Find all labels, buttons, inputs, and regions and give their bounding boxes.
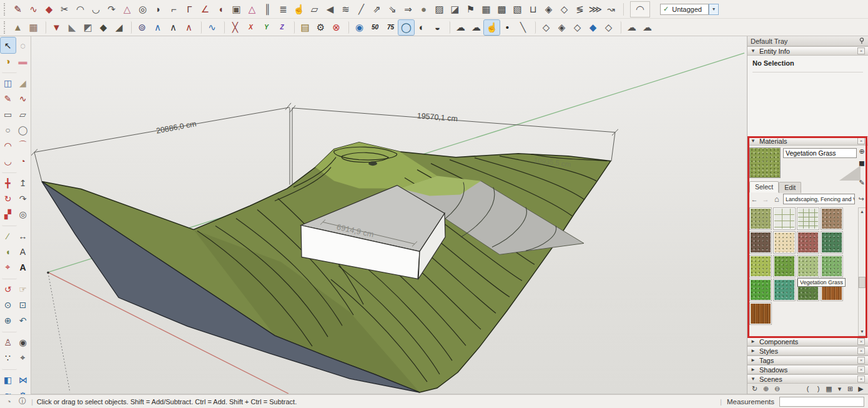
create-material-button[interactable]: ⊕ [857, 147, 867, 156]
circle-tool[interactable]: ○ [1, 122, 16, 137]
tool-button[interactable] [2, 366, 17, 370]
toolbar-icon[interactable] [41, 21, 46, 34]
toolbar-grip[interactable] [4, 21, 7, 34]
position-camera-tool[interactable]: ♙ [1, 334, 16, 350]
rotate-tool[interactable]: ↻ [1, 191, 16, 206]
zoom-tool[interactable]: ⊙ [1, 297, 16, 312]
water-drop-icon[interactable]: ◯ [398, 20, 414, 35]
toolbar-icon[interactable] [445, 21, 450, 34]
scissors-icon[interactable]: ✂ [57, 2, 72, 17]
cone-pink-icon[interactable]: △ [119, 2, 135, 17]
cloud-rain-icon[interactable]: ☁ [624, 20, 639, 35]
pyramid-pink-icon[interactable]: △ [244, 2, 260, 17]
red-blob-icon[interactable]: ◆ [41, 2, 57, 17]
peak-small-icon[interactable]: ∧ [181, 20, 197, 35]
scenes-header[interactable]: ▼ Scenes × [747, 374, 868, 384]
line-tool[interactable]: ✎ [1, 91, 16, 106]
orbit-tool[interactable]: ↺ [1, 281, 16, 297]
geolocation-icon[interactable]: ◔ [4, 397, 14, 407]
sandbox-add-detail-icon[interactable]: ◆ [96, 20, 111, 35]
dashed-line-icon[interactable]: ╲ [515, 20, 531, 35]
freehand-dots-icon[interactable]: ∿ [26, 2, 41, 17]
double-circle-icon[interactable]: ◎ [135, 2, 150, 17]
tab-select[interactable]: Select [749, 181, 779, 192]
scrollbar-thumb[interactable] [859, 277, 866, 288]
panel-shadows[interactable]: ► Shadows × [747, 365, 868, 374]
koru-spiral-icon[interactable]: ⊚ [134, 20, 150, 35]
eraser-tool[interactable]: ▬ [16, 53, 31, 69]
material-category-dropdown[interactable]: Landscaping, Fencing and Ve ∨ [783, 194, 855, 204]
close-icon[interactable]: × [857, 357, 865, 364]
tag-dropdown-button[interactable]: ▾ [709, 4, 719, 15]
hatch-drop-icon[interactable]: ◒ [430, 20, 445, 35]
plane-arrow-icon[interactable]: ⇗ [369, 2, 385, 17]
material-name-input[interactable] [783, 148, 857, 158]
dimension-tool[interactable]: ↔ [16, 228, 31, 244]
wedge-icon[interactable]: ◀ [322, 2, 338, 17]
offset-tool[interactable]: ◎ [16, 206, 31, 222]
move-tool[interactable]: ╋ [1, 175, 16, 191]
tool-button[interactable] [2, 328, 17, 332]
hex-cloud-icon[interactable]: ◇ [570, 20, 585, 35]
toolbar-icon[interactable] [344, 21, 349, 34]
flag-plane-icon[interactable]: ⚑ [463, 2, 478, 17]
toolbar-icon[interactable] [220, 21, 225, 34]
swatch-fence-wood-2[interactable] [749, 302, 772, 325]
hatch-box-icon[interactable]: ▦ [478, 2, 494, 17]
columns-icon[interactable]: ║ [260, 2, 275, 17]
close-icon[interactable]: × [857, 376, 865, 382]
sandbox-smoove-icon[interactable]: ▼ [49, 20, 64, 35]
fog-75-icon[interactable]: 75 [383, 20, 398, 35]
lasso-tool[interactable]: ◌ [16, 37, 31, 53]
hex-sphere-icon[interactable]: ◆ [585, 20, 601, 35]
sandbox-flip-edge-icon[interactable]: ◢ [111, 20, 127, 35]
close-icon[interactable]: × [857, 137, 865, 144]
box-edit-icon[interactable]: ▣ [229, 2, 244, 17]
pie-tool[interactable]: ◔ [16, 153, 31, 169]
forward-arrow-button[interactable]: → [761, 194, 771, 204]
arrow-swish-icon[interactable]: ↝ [603, 2, 619, 17]
sample-paint-eyedropper-icon[interactable]: ✎ [857, 178, 867, 187]
pan-tool[interactable]: ☞ [16, 281, 31, 297]
dot-icon[interactable]: • [500, 20, 515, 35]
swatch-grass-light[interactable] [749, 255, 772, 277]
slanted-stack-icon[interactable]: ≶ [572, 2, 588, 17]
toolbar-icon[interactable] [531, 21, 536, 34]
swatch-shrub-green[interactable] [821, 231, 843, 254]
scroll-up-icon[interactable]: ▲ [860, 208, 864, 216]
swatch-sand[interactable] [773, 231, 796, 254]
scene-view-options-caret[interactable]: ▾ [835, 384, 844, 394]
measurements-input[interactable] [779, 397, 864, 407]
cloud-icon[interactable]: ☁ [453, 20, 468, 35]
loop-shape2-icon[interactable]: ◡ [88, 2, 104, 17]
threed-text-tool[interactable]: A [16, 259, 31, 275]
rock-icon[interactable]: ● [416, 2, 432, 17]
active-tag-combo[interactable]: ✓ Untagged ▾ [660, 4, 719, 15]
pattern-box-icon[interactable]: ◈ [541, 2, 556, 17]
walk-tool[interactable]: ∵ [1, 350, 16, 366]
in-model-button[interactable]: ↪ [856, 194, 866, 204]
corner-icon[interactable]: ⌐ [166, 2, 182, 17]
scroll-down-icon[interactable]: ▼ [860, 328, 864, 336]
stack-layers-icon[interactable]: ≋ [338, 2, 353, 17]
swatch-gravel-brown[interactable] [821, 207, 843, 230]
tape-measure-tool[interactable]: ∕ [1, 228, 16, 244]
entity-info-header[interactable]: ▼ Entity Info × [747, 46, 868, 56]
follow-me-tool[interactable]: ↷ [16, 191, 31, 206]
tray-title-bar[interactable]: Default Tray [747, 36, 868, 46]
cloud-download-icon[interactable]: ☁ [468, 20, 484, 35]
swoosh-tool-icon[interactable]: ◠ [630, 1, 650, 17]
hatch-plane-icon[interactable]: ▨ [432, 2, 447, 17]
toolbar-icon[interactable] [127, 21, 132, 34]
target-tool[interactable]: ⌖ [16, 350, 31, 366]
home-icon[interactable]: ⌂ [772, 194, 782, 204]
axis-x-icon[interactable]: X [243, 20, 259, 35]
swatch-pavers-large[interactable] [773, 207, 796, 230]
intersect-tool[interactable]: ⋈ [16, 372, 31, 387]
plane-arrow2-icon[interactable]: ⇘ [385, 2, 400, 17]
two-point-arc-tool[interactable]: ⌒ [16, 137, 31, 153]
toolbar-icon[interactable] [197, 21, 202, 34]
swatch-grass-teal[interactable] [773, 279, 796, 301]
select-tool[interactable]: ↖ [1, 37, 16, 53]
bezier-curve-icon[interactable]: ∿ [204, 20, 220, 35]
